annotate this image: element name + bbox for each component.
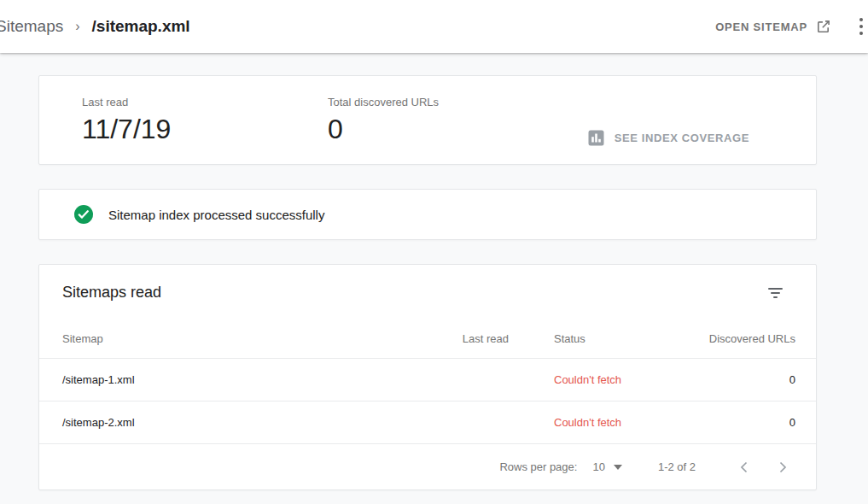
sitemaps-read-card: Sitemaps read Sitemap Last read Status D… (38, 264, 817, 490)
bar-chart-icon (588, 130, 604, 146)
last-read-value: 11/7/19 (82, 114, 328, 144)
more-options-icon[interactable] (853, 12, 868, 41)
status-message: Sitemap index processed successfully (108, 208, 324, 222)
chevron-left-icon (740, 461, 748, 473)
column-header-last-read[interactable]: Last read (381, 332, 509, 345)
previous-page-button[interactable] (733, 457, 754, 478)
filter-list-icon[interactable] (766, 286, 784, 300)
breadcrumb-sitemaps-link[interactable]: Sitemaps (0, 17, 63, 36)
pagination-range: 1-2 of 2 (658, 460, 696, 473)
check-circle-icon (73, 204, 94, 225)
total-urls-metric: Total discovered URLs 0 (328, 96, 574, 144)
next-page-button[interactable] (772, 457, 793, 478)
column-header-discovered-urls[interactable]: Discovered URLs (684, 332, 816, 345)
cell-status: Couldn't fetch (509, 416, 684, 429)
status-banner: Sitemap index processed successfully (38, 189, 817, 240)
summary-card: Last read 11/7/19 Total discovered URLs … (38, 75, 817, 165)
last-read-label: Last read (82, 96, 328, 108)
rows-per-page-value: 10 (592, 460, 604, 473)
column-header-status[interactable]: Status (509, 332, 684, 345)
total-urls-value: 0 (328, 114, 574, 144)
chevron-right-icon (779, 461, 787, 473)
table-row[interactable]: /sitemap-1.xml Couldn't fetch 0 (39, 358, 816, 401)
breadcrumb-separator-icon: › (75, 19, 79, 34)
table-header-row: Sitemap Last read Status Discovered URLs (39, 319, 816, 358)
total-urls-label: Total discovered URLs (328, 96, 574, 108)
see-index-coverage-label: SEE INDEX COVERAGE (615, 132, 749, 144)
dropdown-arrow-icon (614, 465, 622, 470)
cell-status: Couldn't fetch (509, 373, 684, 386)
open-sitemap-button[interactable]: OPEN SITEMAP (715, 19, 831, 34)
rows-per-page-select[interactable]: 10 (592, 460, 621, 473)
cell-sitemap: /sitemap-2.xml (39, 416, 381, 429)
cell-sitemap: /sitemap-1.xml (39, 373, 381, 386)
page-title: /sitemap.xml (92, 17, 190, 36)
cell-discovered-urls: 0 (684, 416, 816, 429)
page-header: Sitemaps › /sitemap.xml OPEN SITEMAP (0, 0, 868, 53)
table-row[interactable]: /sitemap-2.xml Couldn't fetch 0 (39, 401, 816, 443)
main-content: Last read 11/7/19 Total discovered URLs … (0, 53, 868, 490)
table-pagination: Rows per page: 10 1-2 of 2 (39, 443, 816, 489)
table-title: Sitemaps read (62, 284, 161, 302)
column-header-sitemap[interactable]: Sitemap (39, 332, 381, 345)
cell-discovered-urls: 0 (684, 373, 816, 386)
last-read-metric: Last read 11/7/19 (82, 96, 328, 144)
open-sitemap-label: OPEN SITEMAP (715, 21, 807, 33)
breadcrumb: Sitemaps › /sitemap.xml (0, 17, 190, 36)
header-actions: OPEN SITEMAP (715, 12, 868, 41)
see-index-coverage-button[interactable]: SEE INDEX COVERAGE (588, 130, 749, 146)
rows-per-page-label: Rows per page: (499, 460, 577, 473)
open-in-new-icon (816, 19, 831, 34)
